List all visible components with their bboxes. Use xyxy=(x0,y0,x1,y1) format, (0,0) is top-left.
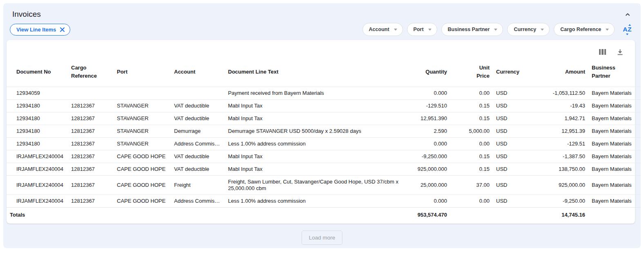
cell-cargo-reference: 12812367 xyxy=(68,125,114,138)
cell-document-no: 12934180 xyxy=(7,100,68,112)
cell-amount: -19.43 xyxy=(530,100,588,112)
table-row[interactable]: 12934180 12812367 STAVANGER VAT deductib… xyxy=(7,100,641,112)
view-line-items-label: View Line Items xyxy=(16,27,56,33)
cell-quantity: -129.510 xyxy=(405,100,450,112)
cell-amount: 138,750.00 xyxy=(530,163,588,176)
cell-document-line-text: Demurrage STAVANGER USD 5000/day x 2.590… xyxy=(225,125,405,138)
filter-port[interactable]: Port xyxy=(407,23,437,36)
cell-document-no: 12934180 xyxy=(7,138,68,150)
col-header-port[interactable]: Port xyxy=(114,56,171,87)
cell-currency: USD xyxy=(493,138,530,150)
cell-document-line-text: Less 1.00% address commission xyxy=(225,138,405,150)
filter-currency[interactable]: Currency xyxy=(507,23,550,36)
cell-cargo-reference: 12812367 xyxy=(68,100,114,112)
cell-account xyxy=(171,87,225,100)
cell-cargo-reference: 12812367 xyxy=(68,138,114,150)
cell-cargo-reference xyxy=(68,87,114,100)
cell-business-partner: Bayern Materials xyxy=(588,150,641,163)
cell-account: Freight xyxy=(171,176,225,195)
caret-down-icon xyxy=(428,29,432,31)
cell-currency: USD xyxy=(493,195,530,208)
filter-account-label: Account xyxy=(369,27,389,32)
cell-quantity: 0.000 xyxy=(405,195,450,208)
columns-icon[interactable] xyxy=(599,49,606,55)
cell-document-no: 12934180 xyxy=(7,112,68,125)
table-row[interactable]: 12934180 12812367 STAVANGER Address Comm… xyxy=(7,138,641,150)
download-icon[interactable] xyxy=(617,49,624,56)
cell-account: VAT deductible xyxy=(171,163,225,176)
cell-unit-price: 5,000.00 xyxy=(450,125,493,138)
cell-quantity: 925,000.000 xyxy=(405,163,450,176)
cell-document-no: IRJAMFLEX240004 xyxy=(7,176,68,195)
filter-account[interactable]: Account xyxy=(362,23,403,36)
cell-business-partner: Bayern Materials xyxy=(588,100,641,112)
filter-port-label: Port xyxy=(414,27,424,32)
cell-document-line-text: Freight, Sawn Lumber, Cut, Stavanger/Cap… xyxy=(225,176,405,195)
col-header-document-line-text[interactable]: Document Line Text xyxy=(225,56,405,87)
cell-account: Address Commis… xyxy=(171,195,225,208)
cell-currency: USD xyxy=(493,87,530,100)
cell-currency: USD xyxy=(493,163,530,176)
col-header-account[interactable]: Account xyxy=(171,56,225,87)
table-row[interactable]: 12934180 12812367 STAVANGER Demurrage De… xyxy=(7,125,641,138)
table-row[interactable]: IRJAMFLEX240004 12812367 CAPE GOOD HOPE … xyxy=(7,176,641,195)
cell-port: STAVANGER xyxy=(114,125,171,138)
cell-account: VAT deductible xyxy=(171,112,225,125)
table-row[interactable]: 12934059 Payment received from Bayern Ma… xyxy=(7,87,641,100)
cell-port: CAPE GOOD HOPE xyxy=(114,163,171,176)
cell-currency: USD xyxy=(493,100,530,112)
chevron-up-icon[interactable] xyxy=(624,10,632,18)
cell-amount: -1,053,112.50 xyxy=(530,87,588,100)
cell-currency: USD xyxy=(493,125,530,138)
table-row[interactable]: IRJAMFLEX240004 12812367 CAPE GOOD HOPE … xyxy=(7,150,641,163)
cell-document-no: 12934180 xyxy=(7,125,68,138)
cell-unit-price: 0.15 xyxy=(450,100,493,112)
cell-amount: -129.51 xyxy=(530,138,588,150)
header-row: Document No Cargo Reference Port Account… xyxy=(7,56,641,87)
cell-amount: -9,250.00 xyxy=(530,195,588,208)
col-header-business-partner[interactable]: Business Partner xyxy=(588,56,641,87)
caret-down-icon xyxy=(606,29,609,31)
cell-document-line-text: Mabl Input Tax xyxy=(225,100,405,112)
cell-quantity: 0.000 xyxy=(405,87,450,100)
col-header-unit-price[interactable]: Unit Price xyxy=(450,56,493,87)
page-title: Invoices xyxy=(12,10,41,19)
col-header-amount[interactable]: Amount xyxy=(530,56,588,87)
cell-unit-price: 0.15 xyxy=(450,150,493,163)
cell-business-partner: Bayern Materials xyxy=(588,112,641,125)
cell-currency: USD xyxy=(493,176,530,195)
filter-business-partner-label: Business Partner xyxy=(448,27,490,32)
cell-quantity: 2.590 xyxy=(405,125,450,138)
cell-account: Address Commis… xyxy=(171,138,225,150)
table-row[interactable]: IRJAMFLEX240004 12812367 CAPE GOOD HOPE … xyxy=(7,195,641,208)
table-row[interactable]: 12934180 12812367 STAVANGER VAT deductib… xyxy=(7,112,641,125)
view-line-items-chip[interactable]: View Line Items xyxy=(10,24,70,36)
cell-quantity: 0.000 xyxy=(405,138,450,150)
cell-business-partner: Bayern Materials xyxy=(588,163,641,176)
cell-document-no: 12934059 xyxy=(7,87,68,100)
cell-cargo-reference: 12812367 xyxy=(68,112,114,125)
cell-business-partner: Bayern Materials xyxy=(588,138,641,150)
cell-unit-price: 0.00 xyxy=(450,195,493,208)
col-header-document-no[interactable]: Document No xyxy=(7,56,68,87)
cell-account: Demurrage xyxy=(171,125,225,138)
filter-cargo-reference[interactable]: Cargo Reference xyxy=(554,23,615,36)
cell-business-partner: Bayern Materials xyxy=(588,195,641,208)
close-x-icon[interactable] xyxy=(60,27,65,32)
cell-port: STAVANGER xyxy=(114,100,171,112)
load-more-button[interactable]: Load more xyxy=(302,231,343,245)
cell-unit-price: 0.00 xyxy=(450,87,493,100)
sort-alphabetical-icon[interactable]: AZ xyxy=(622,25,633,34)
totals-quantity: 953,574.470 xyxy=(405,208,450,224)
panel-header: Invoices xyxy=(3,3,641,21)
cell-document-no: IRJAMFLEX240004 xyxy=(7,163,68,176)
cell-document-line-text: Mabl Input Tax xyxy=(225,163,405,176)
table-row[interactable]: IRJAMFLEX240004 12812367 CAPE GOOD HOPE … xyxy=(7,163,641,176)
cell-port xyxy=(114,87,171,100)
col-header-currency[interactable]: Currency xyxy=(493,56,530,87)
col-header-cargo-reference[interactable]: Cargo Reference xyxy=(68,56,114,87)
cell-currency: USD xyxy=(493,112,530,125)
filter-business-partner[interactable]: Business Partner xyxy=(441,23,503,36)
col-header-quantity[interactable]: Quantity xyxy=(405,56,450,87)
table-body: 12934059 Payment received from Bayern Ma… xyxy=(7,87,641,208)
